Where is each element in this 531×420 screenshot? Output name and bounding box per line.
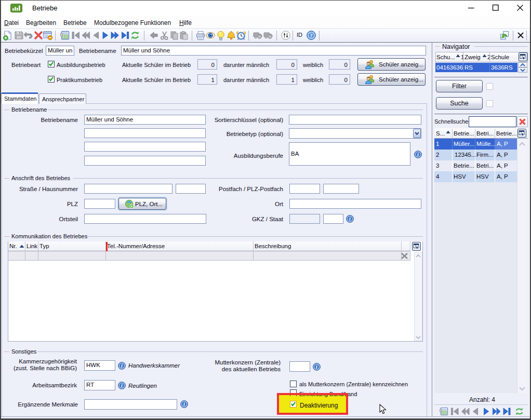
svg-text:i: i xyxy=(349,216,351,222)
svg-text:i: i xyxy=(316,364,317,370)
svg-text:i: i xyxy=(121,363,123,369)
svg-text:i: i xyxy=(417,152,419,157)
svg-text:i: i xyxy=(183,401,185,407)
svg-text:i: i xyxy=(121,383,123,388)
svg-text:?: ? xyxy=(310,32,313,38)
